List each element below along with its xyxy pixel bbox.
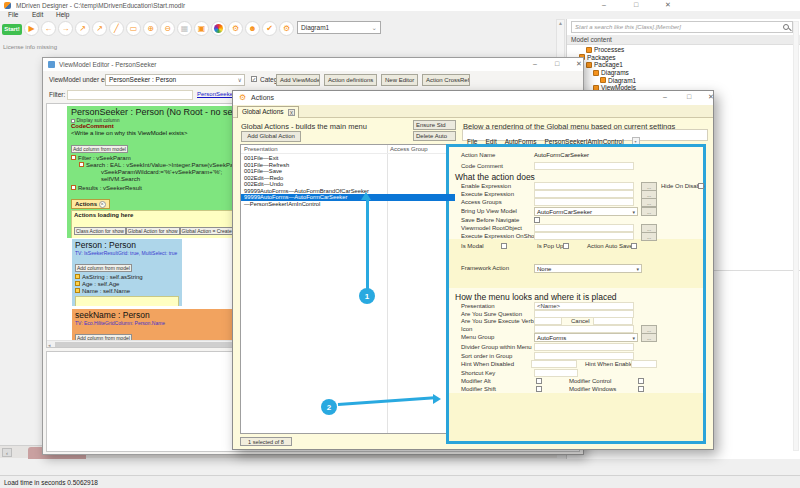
goto-icon[interactable]: ↗ bbox=[92, 21, 107, 36]
action-auto-saves-checkbox[interactable] bbox=[631, 243, 637, 249]
viewmodel-under-edit-combo[interactable]: PersonSeeker : Person ∨ bbox=[105, 74, 245, 86]
shortcut-key-input[interactable] bbox=[534, 369, 578, 377]
is-modal-checkbox[interactable] bbox=[501, 243, 507, 249]
actions-tab[interactable]: Actions ⌃ bbox=[71, 199, 110, 209]
add-column-button[interactable]: Add column from model bbox=[75, 264, 132, 272]
are-you-sure-verb-input[interactable] bbox=[534, 317, 562, 325]
vm-maximize-icon[interactable]: □ bbox=[551, 60, 563, 67]
column-access-group[interactable]: Access Group bbox=[390, 146, 428, 152]
code-comment-input[interactable] bbox=[534, 162, 634, 170]
close-icon[interactable]: ✕ bbox=[662, 1, 674, 9]
bring-up-ellipsis-button[interactable]: ... bbox=[641, 207, 657, 216]
zoom-out-icon[interactable]: ⊖ bbox=[160, 21, 175, 36]
add-column-button[interactable]: Add column from model bbox=[71, 145, 128, 153]
tree-item-package1[interactable]: Package1 bbox=[567, 61, 797, 69]
delete-auto-button[interactable]: Delete Auto bbox=[413, 131, 456, 141]
tree-item-diagram1[interactable]: Diagram1 bbox=[567, 76, 797, 84]
vm-close-icon[interactable]: ✕ bbox=[573, 60, 585, 68]
presentation-icon[interactable]: ▭ bbox=[126, 21, 141, 36]
vm-minimize-icon[interactable]: – bbox=[529, 60, 541, 67]
execute-onshow-ellipsis-button[interactable]: ... bbox=[641, 232, 657, 241]
menu-edit[interactable]: Edit bbox=[32, 11, 43, 18]
add-global-action-button[interactable]: Add Global Action bbox=[241, 131, 301, 142]
enable-expression-input[interactable] bbox=[534, 182, 634, 190]
global-action-for-show-button[interactable]: Global Action for show bbox=[126, 227, 180, 235]
class-action-for-show-button[interactable]: Class Action for show bbox=[74, 227, 126, 235]
forward-arrow-icon[interactable]: → bbox=[58, 21, 73, 36]
model-search-input[interactable]: Start a search like this [Class].[Member… bbox=[571, 21, 793, 33]
menu-help[interactable]: Help bbox=[56, 11, 69, 18]
action-definitions-button[interactable]: Action definitions bbox=[324, 74, 377, 86]
run-icon[interactable]: ▶ bbox=[24, 21, 39, 36]
menu-group-select[interactable]: AutoForms▾ bbox=[534, 333, 638, 342]
start-button[interactable]: Start! bbox=[2, 24, 22, 35]
dialog-maximize-icon[interactable]: □ bbox=[683, 93, 695, 100]
save-before-navigate-checkbox[interactable] bbox=[534, 217, 540, 223]
framework-action-select[interactable]: None▾ bbox=[534, 264, 642, 273]
personseeker-link[interactable]: PersonSeeker bbox=[197, 91, 235, 97]
icon-input[interactable] bbox=[534, 325, 634, 333]
maximize-icon[interactable]: □ bbox=[630, 1, 642, 8]
validate-icon[interactable]: ✔ bbox=[262, 21, 277, 36]
scroll-left-icon[interactable]: ◂ bbox=[48, 341, 51, 348]
action-name-value[interactable]: AutoFormCarSeeker bbox=[534, 152, 589, 158]
menu-group-ellipsis-button[interactable]: ... bbox=[641, 333, 657, 342]
zoom-in-icon[interactable]: ⊕ bbox=[143, 21, 158, 36]
tree-item-processes[interactable]: Processes bbox=[567, 46, 797, 54]
column-row[interactable]: Age : self.Age bbox=[75, 281, 179, 288]
execute-expression-onshow-input[interactable] bbox=[534, 232, 634, 240]
action-list-row[interactable]: —PersonSeekerIAmInControl bbox=[241, 201, 455, 208]
open-diagram-icon[interactable]: ↗ bbox=[75, 21, 90, 36]
column-presentation[interactable]: Presentation bbox=[244, 146, 278, 152]
gear-icon[interactable]: ⚙ bbox=[279, 21, 294, 36]
action-crossref-button[interactable]: Action CrossRef bbox=[422, 74, 470, 86]
column-row[interactable]: Name : self.Name bbox=[75, 288, 179, 295]
ensure-std-button[interactable]: Ensure Std bbox=[413, 120, 456, 130]
hide-on-disable-checkbox[interactable] bbox=[698, 183, 704, 189]
bring-up-view-model-select[interactable]: AutoFormCarSeeker▾ bbox=[534, 207, 638, 216]
sort-order-input[interactable] bbox=[534, 352, 634, 360]
dialog-minimize-icon[interactable]: – bbox=[659, 93, 671, 100]
hint-disabled-input[interactable] bbox=[531, 360, 577, 368]
tree-item-packages[interactable]: −Packages bbox=[567, 54, 797, 62]
hint-enabled-input[interactable] bbox=[631, 360, 657, 368]
menu-file[interactable]: File bbox=[8, 11, 18, 18]
add-viewmodel-button[interactable]: Add ViewModel bbox=[276, 74, 320, 86]
action-link[interactable]: PersonSeekerIAmInControl bbox=[74, 237, 147, 238]
divider-group-input[interactable] bbox=[534, 343, 634, 351]
under-edit-value: PersonSeeker : Person bbox=[109, 76, 176, 83]
modifier-windows-checkbox[interactable] bbox=[638, 386, 644, 392]
cancel-verb-input[interactable] bbox=[593, 317, 633, 325]
dialog-close-icon[interactable]: ✕ bbox=[705, 93, 717, 101]
collapse-icon[interactable]: ⌃ bbox=[99, 201, 106, 208]
filter-input[interactable] bbox=[67, 90, 193, 100]
tab-close-icon[interactable]: X bbox=[288, 109, 295, 116]
copy-diagram-icon[interactable]: ▣ bbox=[194, 21, 209, 36]
save-icon[interactable]: ▦ bbox=[177, 21, 192, 36]
access-groups-ellipsis-button[interactable]: ... bbox=[641, 198, 657, 207]
modifier-control-checkbox[interactable] bbox=[638, 378, 644, 384]
actions-dialog-title: Actions bbox=[251, 94, 274, 101]
tab-global-actions[interactable]: Global Actions X bbox=[237, 106, 299, 118]
modifier-shift-checkbox[interactable] bbox=[536, 386, 542, 392]
viewmodel-rootobject-input[interactable] bbox=[534, 224, 634, 232]
tree-item-diagrams[interactable]: Diagrams bbox=[567, 69, 797, 77]
execute-expression-input[interactable] bbox=[534, 190, 634, 198]
tree-scrollbar[interactable] bbox=[793, 21, 799, 451]
settings-gears-icon[interactable]: ⚙ bbox=[228, 21, 243, 36]
diagram-combo[interactable]: Diagram1 ⌄ bbox=[297, 21, 381, 34]
access-groups-icon[interactable]: ☻ bbox=[245, 21, 260, 36]
back-arrow-icon[interactable]: ← bbox=[41, 21, 56, 36]
global-action-create-button[interactable]: Global Action = Create bbox=[180, 227, 234, 235]
categ-checkbox[interactable] bbox=[251, 76, 257, 82]
tab-scroll-left-icon[interactable]: ‹ bbox=[2, 448, 12, 457]
minimize-icon[interactable]: – bbox=[598, 1, 610, 8]
column-row[interactable]: AsString : self.asString bbox=[75, 274, 179, 281]
color-wheel-icon[interactable] bbox=[211, 21, 226, 36]
presentation-input[interactable]: <Name> bbox=[534, 302, 634, 310]
draw-association-icon[interactable]: ╱ bbox=[109, 21, 124, 36]
new-editor-button[interactable]: New Editor bbox=[381, 74, 418, 86]
access-groups-input[interactable] bbox=[534, 198, 634, 206]
modifier-alt-checkbox[interactable] bbox=[536, 378, 542, 384]
is-pop-up-checkbox[interactable] bbox=[563, 243, 569, 249]
